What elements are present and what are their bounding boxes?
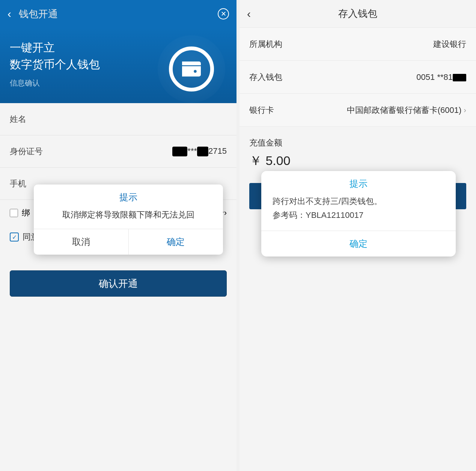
dialog-ok-button[interactable]: 确定 bbox=[261, 231, 456, 256]
card-checkbox[interactable] bbox=[10, 209, 18, 217]
back-icon[interactable]: ‹ bbox=[8, 8, 11, 20]
dialog-title: 提示 bbox=[261, 171, 456, 194]
dialog: 提示 跨行对出不支持三/四类钱包。 参考码：YBLA12110017 确定 bbox=[261, 171, 456, 256]
dialog-ok-button[interactable]: 确定 bbox=[129, 229, 223, 255]
amount-label: 充值金额 bbox=[240, 127, 476, 148]
row-value: 中国邮政储蓄银行储蓄卡(6001) bbox=[291, 105, 461, 116]
dialog-buttons: 取消 确定 bbox=[34, 229, 223, 255]
row-org: 所属机构 建设银行 bbox=[240, 28, 476, 61]
wallet-glow bbox=[158, 35, 225, 103]
dialog-title: 提示 bbox=[34, 184, 223, 208]
field-name[interactable]: 姓名 bbox=[0, 103, 236, 135]
phone-left: ‹ 钱包开通 ✕ 一键开立 数字货币个人钱包 信息确认 姓名 身份证号 ***2… bbox=[0, 0, 236, 471]
redaction bbox=[172, 147, 187, 156]
phone-right: ‹ 存入钱包 所属机构 建设银行 存入钱包 0051 **81 银行卡 中国邮政… bbox=[240, 0, 476, 471]
dialog: 提示 取消绑定将导致限额下降和无法兑回 取消 确定 bbox=[34, 184, 223, 255]
navbar: ‹ 钱包开通 ✕ bbox=[0, 0, 236, 28]
row-label: 所属机构 bbox=[249, 39, 291, 50]
redaction bbox=[453, 74, 466, 81]
close-icon[interactable]: ✕ bbox=[218, 8, 229, 20]
field-id[interactable]: 身份证号 ***2715 bbox=[0, 135, 236, 168]
agree-checkbox[interactable]: ✓ bbox=[10, 232, 19, 242]
navbar-title: 存入钱包 bbox=[247, 7, 468, 20]
hero: 一键开立 数字货币个人钱包 信息确认 bbox=[0, 28, 236, 103]
redaction bbox=[197, 147, 208, 156]
row-label: 存入钱包 bbox=[249, 72, 291, 83]
dialog-ref: 参考码：YBLA12110017 bbox=[273, 208, 444, 222]
wallet-icon bbox=[180, 60, 203, 78]
chevron-right-icon: › bbox=[464, 106, 466, 114]
field-value: ***2715 bbox=[172, 146, 227, 156]
field-label: 姓名 bbox=[10, 114, 227, 125]
dialog-message: 取消绑定将导致限额下降和无法兑回 bbox=[34, 208, 223, 229]
field-label: 身份证号 bbox=[10, 146, 172, 157]
row-card[interactable]: 银行卡 中国邮政储蓄银行储蓄卡(6001) › bbox=[240, 94, 476, 127]
navbar-title: 钱包开通 bbox=[19, 8, 218, 21]
row-value: 0051 **81 bbox=[291, 72, 466, 82]
row-label: 银行卡 bbox=[249, 105, 291, 116]
dialog-body: 跨行对出不支持三/四类钱包。 参考码：YBLA12110017 bbox=[261, 194, 456, 231]
dialog-line1: 跨行对出不支持三/四类钱包。 bbox=[273, 194, 444, 208]
row-value: 建设银行 bbox=[291, 39, 466, 50]
navbar: ‹ 存入钱包 bbox=[240, 0, 476, 28]
chevron-right-icon: › bbox=[224, 208, 227, 218]
confirm-open-button[interactable]: 确认开通 bbox=[10, 270, 227, 297]
field-label: 绑 bbox=[22, 207, 30, 219]
dialog-cancel-button[interactable]: 取消 bbox=[34, 229, 129, 255]
row-wallet[interactable]: 存入钱包 0051 **81 bbox=[240, 61, 476, 94]
wallet-ring bbox=[169, 46, 214, 92]
